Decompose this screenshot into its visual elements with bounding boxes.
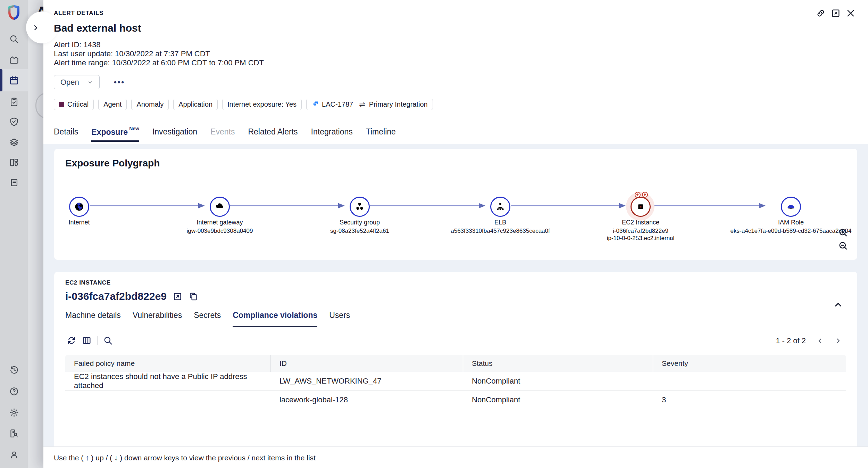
subtab-users[interactable]: Users — [329, 311, 350, 327]
page-next-icon[interactable] — [834, 337, 842, 345]
policies-clipboard-icon[interactable] — [6, 94, 22, 109]
search-icon[interactable] — [6, 31, 22, 47]
chevron-right-icon[interactable] — [32, 24, 40, 32]
external-link-icon[interactable] — [173, 292, 182, 301]
lacework-logo-icon[interactable] — [6, 5, 22, 20]
table-row[interactable]: EC2 instances should not have a Public I… — [65, 372, 846, 391]
table-row[interactable]: lacework-global-128 NonCompliant 3 — [65, 391, 846, 409]
alert-tabs: Details ExposureNew Investigation Events… — [54, 127, 396, 144]
refresh-icon[interactable] — [67, 336, 76, 345]
copy-icon[interactable] — [189, 292, 198, 301]
pagination: 1 - 2 of 2 — [776, 336, 842, 345]
tag-agent[interactable]: Agent — [98, 99, 127, 110]
chevron-down-icon — [87, 80, 93, 85]
ec2-chip-icon — [631, 197, 651, 217]
tab-related-alerts[interactable]: Related Alerts — [248, 127, 298, 141]
alert-time-range: Alert time range: 10/30/2022 at 6:00 PM … — [54, 58, 264, 67]
alerts-calendar-icon[interactable] — [6, 73, 22, 88]
polygraph-node-internet-gateway[interactable]: Internet gateway igw-003e9bdc9308a0409 — [161, 197, 279, 235]
alert-title: Bad external host — [54, 22, 141, 34]
drawer-eyebrow: ALERT DETAILS — [54, 10, 103, 17]
toolbar-divider — [97, 336, 98, 345]
subtab-vulnerabilities[interactable]: Vulnerabilities — [133, 311, 182, 327]
ec2-title-row: i-036fca7af2bd822e9 — [65, 290, 198, 302]
table-search-icon[interactable] — [103, 336, 113, 345]
open-in-new-icon[interactable] — [831, 8, 841, 18]
subtab-secrets[interactable]: Secrets — [194, 311, 221, 327]
subtab-machine-details[interactable]: Machine details — [65, 311, 121, 327]
new-badge: New — [129, 126, 139, 131]
exposure-polygraph-card: Exposure Polygraph — [54, 149, 857, 260]
collapse-chevron-up-icon[interactable] — [833, 299, 843, 310]
column-header[interactable]: Failed policy name — [65, 355, 271, 372]
polygraph-node-elb[interactable]: ELB a563f33310fba457c923e8635cecaa0f — [441, 197, 559, 235]
jira-label: Primary Integration — [369, 100, 428, 108]
columns-icon[interactable] — [82, 336, 92, 345]
copy-link-icon[interactable] — [816, 8, 826, 18]
ec2-card-eyebrow: EC2 INSTANCE — [65, 279, 111, 286]
sidebar — [0, 0, 28, 468]
exposure-tab-content: Exposure Polygraph — [43, 144, 868, 468]
tag-internet-exposure[interactable]: Internet exposure: Yes — [222, 99, 302, 110]
alert-meta: Alert ID: 1438 Last user update: 10/30/2… — [54, 40, 264, 67]
subtab-divider — [54, 331, 857, 331]
node-id: eks-a4c1e7fa-e09d-b589-cd32-675aaca2ce04 — [711, 227, 868, 235]
sidebar-active-indicator — [0, 69, 2, 91]
table-toolbar — [67, 336, 113, 345]
alert-last-update: Last user update: 10/30/2022 at 7:37 PM … — [54, 49, 264, 58]
ec2-subtabs: Machine details Vulnerabilities Secrets … — [65, 311, 350, 327]
drawer-actions — [816, 8, 856, 18]
status-dropdown[interactable]: Open — [54, 75, 100, 89]
polygraph-node-security-group[interactable]: Security group sg-08a23fe52a4ff2a61 — [301, 197, 419, 235]
node-id: igw-003e9bdc9308a0409 — [161, 227, 279, 235]
polygraph-icon[interactable] — [6, 52, 22, 67]
node-id-secondary: ip-10-0-0-253.ec2.internal — [582, 235, 700, 242]
tab-details[interactable]: Details — [54, 127, 78, 141]
status-label: Open — [60, 78, 79, 87]
tab-events: Events — [210, 127, 235, 141]
column-header[interactable]: Severity — [653, 355, 846, 372]
node-label: IAM Role — [711, 219, 868, 226]
polygraph-heading: Exposure Polygraph — [65, 158, 160, 169]
subtab-compliance-violations[interactable]: Compliance violations — [233, 311, 317, 327]
help-icon[interactable] — [6, 384, 22, 399]
reports-book-icon[interactable] — [6, 175, 22, 190]
node-id: i-036fca7af2bd822e9 — [582, 227, 700, 235]
alert-tags: Critical Agent Anomaly Application Inter… — [54, 99, 433, 110]
compliance-shield-icon[interactable] — [6, 114, 22, 129]
polygraph-node-iam-role[interactable]: IAM Role eks-a4c1e7fa-e09d-b589-cd32-675… — [711, 197, 868, 235]
jira-sync-arrows: ⇌ — [359, 100, 365, 109]
tab-investigation[interactable]: Investigation — [152, 127, 197, 141]
tab-integrations[interactable]: Integrations — [311, 127, 353, 141]
page-prev-icon[interactable] — [816, 337, 824, 345]
tab-exposure[interactable]: ExposureNew — [91, 127, 139, 142]
node-label: EC2 Instance — [582, 219, 700, 226]
more-options-button[interactable]: ••• — [111, 75, 127, 89]
organization-icon[interactable] — [6, 426, 22, 441]
node-label: Internet — [20, 219, 138, 226]
history-icon[interactable] — [6, 362, 22, 377]
iam-role-icon — [781, 197, 801, 217]
settings-gear-icon[interactable] — [6, 405, 22, 420]
polygraph-node-internet[interactable]: Internet — [20, 197, 138, 226]
resources-explorer-icon[interactable] — [6, 155, 22, 170]
workloads-layers-icon[interactable] — [6, 134, 22, 150]
column-header[interactable]: Status — [463, 355, 653, 372]
polygraph-node-ec2-instance[interactable]: EC2 Instance i-036fca7af2bd822e9 ip-10-0… — [582, 197, 700, 242]
tag-application[interactable]: Application — [173, 99, 218, 110]
jira-key: LAC-1787 — [322, 100, 353, 108]
tab-timeline[interactable]: Timeline — [366, 127, 396, 141]
tag-anomaly[interactable]: Anomaly — [131, 99, 169, 110]
tag-critical[interactable]: Critical — [54, 99, 94, 110]
account-user-icon[interactable] — [6, 447, 22, 462]
drawer-collapse-notch[interactable] — [26, 11, 58, 43]
jira-icon — [311, 101, 319, 108]
tag-jira-integration[interactable]: LAC-1787 ⇌ Primary Integration — [306, 99, 433, 110]
column-header[interactable]: ID — [271, 355, 463, 372]
close-icon[interactable] — [846, 8, 856, 18]
internet-globe-icon — [69, 197, 89, 217]
internet-gateway-icon — [210, 197, 230, 217]
node-id: sg-08a23fe52a4ff2a61 — [301, 227, 419, 235]
zoom-out-icon[interactable] — [838, 240, 848, 251]
node-label: ELB — [441, 219, 559, 226]
